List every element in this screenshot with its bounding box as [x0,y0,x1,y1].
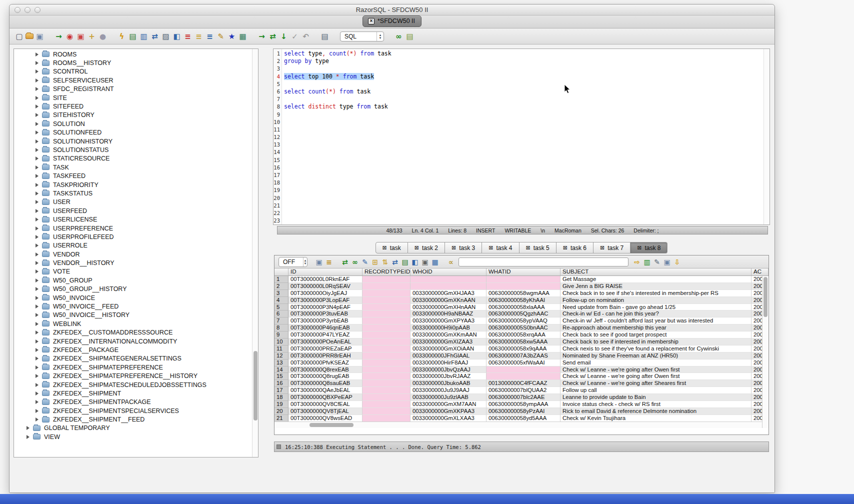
disclosure-triangle-icon[interactable] [36,270,38,274]
result-tab-task-3[interactable]: ⊠task 3 [445,242,482,254]
sql-code-area[interactable]: select type, count(*) from taskgroup by … [282,49,764,224]
table-cell[interactable] [362,283,410,290]
code-line[interactable] [284,217,764,224]
table-cell[interactable]: 0033000000GmXKPAA3 [410,408,486,415]
table-cell[interactable]: 0033000000GmXHnAAN [410,304,486,311]
table-cell[interactable]: 00T3000000QV8TjEAL [288,408,362,415]
disclosure-triangle-icon[interactable] [36,296,38,300]
edit-sql-icon[interactable]: ✎ [216,32,226,41]
close-result-tab-icon[interactable]: ⊠ [563,245,568,250]
import-results-icon[interactable]: ▥ [642,258,652,266]
tree-item-zkfedex__shipmatescheduledjobssettings[interactable]: ZKFEDEX__SHIPMATESCHEDULEDJOBSSETTINGS [14,380,252,389]
column-header-SUBJECT[interactable]: SUBJECT [560,268,752,276]
table-cell[interactable]: 00T3000000L0RknEAF [288,276,362,283]
table-cell[interactable] [362,297,410,304]
document-tab[interactable]: × *SFDCW50 II [362,16,422,27]
undo-icon[interactable]: ↶ [301,32,310,41]
tree-item-view[interactable]: VIEW [14,432,252,441]
validate-icon[interactable]: ✓ [290,32,300,41]
tree-item-solution[interactable]: SOLUTION [14,120,252,128]
table-row[interactable]: 900T3000000P47LYEAZ0033000000GmXKmAAN006… [274,332,768,338]
table-cell[interactable]: 00T3000000QV8wsEAD [288,415,362,422]
code-line[interactable] [284,118,764,126]
view-results-icon[interactable]: ∞ [350,258,360,266]
execute-icon[interactable]: → [257,32,266,41]
disclosure-triangle-icon[interactable] [36,409,38,413]
table-row[interactable]: 1100T3000000PREZaEAP0033000000GmXOiAAN00… [274,346,768,352]
copy-results-icon[interactable]: ▣ [420,258,430,266]
table-cell[interactable]: 0033000000H9i0pAAB [410,324,486,332]
table-cell[interactable]: 00T3000000Q8rexEAB [288,366,362,374]
disclosure-triangle-icon[interactable] [36,192,38,196]
tree-item-w50_invoice[interactable]: W50_INVOICE [14,294,252,302]
code-line[interactable] [284,156,764,164]
table-row[interactable]: 300T3000000OiyJgEAJ0033000000GmXHJAA3006… [274,290,768,297]
disclosure-triangle-icon[interactable] [36,418,38,422]
edit-table-icon[interactable]: ▤ [128,32,138,41]
table-cell[interactable]: Send email [560,360,752,366]
code-line[interactable] [284,134,764,141]
close-result-tab-icon[interactable]: ⊠ [637,245,642,250]
table-cell[interactable]: 006300000058yPzAAI [486,408,560,415]
table-cell[interactable]: 0033000000GmXHJAA3 [410,290,486,297]
table-cell[interactable]: 0033000000JbvQzAAJ [410,366,486,374]
disclosure-triangle-icon[interactable] [36,104,38,108]
table-cell[interactable]: 00T3000000QV8CfEAL [288,401,362,408]
table-cell[interactable]: 006300000058x9qAAA [486,346,560,352]
close-result-tab-icon[interactable]: ⊠ [452,245,456,250]
dropdown-stepper-icon[interactable]: ▲▼ [303,258,307,266]
code-line[interactable] [284,111,764,118]
table-cell[interactable]: 006300000058yd5AAA [486,415,560,422]
code-line[interactable] [284,164,764,172]
disclosure-triangle-icon[interactable] [36,200,38,204]
table-cell[interactable]: 006300000058yKhAAI [486,297,560,304]
disclosure-triangle-icon[interactable] [36,400,38,404]
disclosure-triangle-icon[interactable] [36,278,38,282]
table-cell[interactable]: 0033000000GmXM7AAN [410,401,486,408]
table-row[interactable]: 1600T3000000Q8sauEAB0033000000JbukoAAB00… [274,380,768,387]
tree-item-staticresource[interactable]: STATICRESOURCE [14,154,252,163]
table-cell[interactable]: 00630000007blQUAA2 [486,387,560,394]
disclosure-triangle-icon[interactable] [36,130,38,134]
table-cell[interactable]: Check w/ Kevin Tsujihara [560,415,752,422]
tree-item-solutionhistory[interactable]: SOLUTIONHISTORY [14,137,252,146]
tree-item-rooms[interactable]: ROOMS [14,50,252,58]
table-cell[interactable] [362,366,410,374]
close-result-tab-icon[interactable]: ⊠ [414,245,419,250]
execute-sql-icon[interactable]: ϟ [117,32,126,41]
backup-icon[interactable]: ▨ [161,32,170,41]
tree-item-zkfedex__shipmentpackage[interactable]: ZKFEDEX__SHIPMENTPACKAGE [14,398,252,406]
execute-fetch-icon[interactable]: ⇄ [268,32,278,41]
tree-item-vote[interactable]: VOTE [14,268,252,276]
table-cell[interactable] [362,415,410,422]
table-cell[interactable] [362,318,410,324]
table-cell[interactable]: 00T3000000QBXPeEAP [288,394,362,401]
disclosure-triangle-icon[interactable] [36,52,38,56]
grid-vscrollbar-thumb[interactable] [764,277,768,317]
table-cell[interactable]: 0033000000GmXLXAA3 [410,415,486,422]
table-row[interactable]: 1800T3000000QBXPeEAP0033000000Ju9zlAAB00… [274,394,768,401]
table-cell[interactable] [362,324,410,332]
result-tab-task-2[interactable]: ⊠task 2 [408,242,445,254]
table-cell[interactable]: 00630000007blc2AAE [486,394,560,401]
code-line[interactable] [284,141,764,148]
table-row[interactable]: 1400T3000000Q8rexEAB0033000000JbvQzAAJCh… [274,366,768,374]
tree-item-zkfedex__shipment[interactable]: ZKFEDEX__SHIPMENT [14,389,252,398]
table-cell[interactable] [362,360,410,366]
tree-view-icon[interactable]: ⊞ [370,258,380,266]
tree-item-selfserviceuser[interactable]: SELFSERVICEUSER [14,76,252,84]
refresh-results-icon[interactable]: ⇄ [340,258,350,266]
table-cell[interactable]: 00T3000000QAeJbEAL [288,387,362,394]
disclosure-triangle-icon[interactable] [26,426,30,430]
grid-hscrollbar-thumb[interactable] [310,423,354,427]
disclosure-triangle-icon[interactable] [36,156,38,160]
table-cell[interactable]: 0033000000GmXKnAAN [410,297,486,304]
table-cell[interactable]: 00630000005xfWaAAI [486,360,560,366]
table-cell[interactable]: 006300000058xw5AAA [486,338,560,346]
notes-icon[interactable]: ▤ [320,32,330,41]
table-cell[interactable]: 006300000058ympAAA [486,401,560,408]
code-line[interactable] [284,126,764,134]
table-row[interactable]: 2100T3000000QV8wsEAD0033000000GmXLXAA300… [274,415,768,422]
column-header-rownum[interactable] [274,268,288,276]
code-line[interactable]: select type, count(*) from task [284,50,764,58]
